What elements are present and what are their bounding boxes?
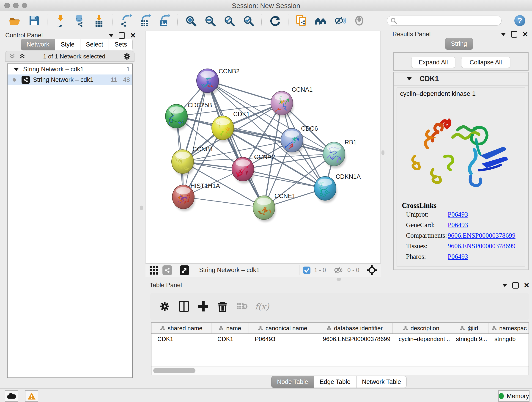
left-splitter-handle[interactable] [140,206,143,210]
memory-button[interactable]: Memory [498,390,530,402]
show-graphics-icon[interactable] [353,14,365,27]
right-splitter-handle[interactable] [381,150,385,155]
network-options-gear-icon[interactable] [123,52,131,61]
collapse-all-button[interactable]: Collapse All [461,57,510,68]
panel-close-icon[interactable]: ✕ [522,32,528,37]
network-badge-icon[interactable] [162,265,172,275]
export-image-icon[interactable] [158,14,170,27]
network-collection-row[interactable]: String Network – cdk1 1 [7,64,132,75]
network-node-hist1h1a[interactable]: HIST1H1A [172,182,220,211]
crosslink-value[interactable]: 9606.ENSP00000378699 [448,242,515,249]
tab-select[interactable]: Select [80,39,109,51]
crosslink-value[interactable]: P06493 [448,253,468,260]
table-cell[interactable]: cyclin–dependent ... [393,336,450,343]
tab-style[interactable]: Style [55,39,80,51]
zoom-out-icon[interactable] [204,14,216,27]
selected-checkbox-icon[interactable] [303,267,310,274]
help-button[interactable]: ? [514,15,525,26]
search-input[interactable] [397,17,496,24]
network-node-ccnb2[interactable]: CCNB2 [196,68,240,95]
panel-float-icon[interactable] [119,32,125,39]
table-row[interactable]: CDK1CDK1P064939606.ENSP00000378699cyclin… [152,334,529,344]
section-collapse-icon[interactable] [407,77,412,80]
cloud-button[interactable] [5,390,18,402]
network-view[interactable]: CCNB2CCNA1CDC25BCDK1CDC6RB1CCNB1CCNA2CDK… [146,31,380,263]
export-network-icon[interactable] [119,14,132,27]
network-edge[interactable] [243,169,325,188]
table-cell[interactable]: P06493 [249,336,317,343]
detach-view-icon[interactable] [180,265,189,275]
hidden-eye-icon[interactable] [334,266,344,274]
tab-sets[interactable]: Sets [109,39,133,51]
table-options-gear-icon[interactable] [159,300,171,313]
string-home-icon[interactable] [315,14,327,27]
delete-table-icon[interactable] [236,300,248,313]
network-edge[interactable] [183,197,264,208]
panel-float-icon[interactable] [512,282,519,288]
network-node-rb1[interactable]: RB1 [323,139,357,168]
network-node-cdk1[interactable]: CDK1 [212,111,250,142]
column-header[interactable]: shared name [152,323,211,333]
grid-view-icon[interactable] [149,265,159,275]
column-header[interactable]: namespac [488,323,529,333]
open-session-icon[interactable] [8,14,21,27]
network-node-cdkn1a[interactable]: CDKN1A [314,173,361,203]
import-network-file-icon[interactable] [54,14,67,27]
hscrollbar-thumb[interactable] [153,368,196,373]
zoom-in-icon[interactable] [184,14,197,27]
protein-structure-image [405,101,517,197]
warnings-button[interactable] [25,390,38,402]
network-node-ccne1[interactable]: CCNE1 [253,192,296,222]
expand-all-button[interactable]: Expand All [411,57,455,68]
search-box [387,16,501,26]
delete-column-icon[interactable] [216,300,228,313]
panel-close-icon[interactable]: ✕ [524,283,530,288]
collapse-icon[interactable] [13,68,19,71]
table-cell[interactable]: stringdb:9... [450,336,488,343]
expand-all-icon[interactable] [19,53,26,60]
clone-network-icon[interactable] [295,14,308,27]
column-header[interactable]: database identifier [317,323,393,333]
table-cell[interactable]: CDK1 [211,336,249,343]
tab-network-table[interactable]: Network Table [356,376,407,388]
import-network-database-icon[interactable] [74,14,86,27]
crosslink-value[interactable]: P06493 [448,221,468,229]
create-column-icon[interactable] [197,300,209,313]
column-header[interactable]: canonical name [249,323,317,333]
node-section-header[interactable]: CDK1 [394,72,528,85]
function-builder-icon[interactable]: f(x) [255,302,269,311]
network-edge[interactable] [183,81,208,197]
panel-menu-icon[interactable] [109,34,114,37]
panel-menu-icon[interactable] [501,33,506,36]
crosslink-value[interactable]: P06493 [448,211,468,218]
network-node-ccnb1[interactable]: CCNB1 [172,146,214,176]
column-header[interactable]: name [211,323,249,333]
table-cell[interactable]: stringdb [488,336,529,343]
panel-menu-icon[interactable] [502,284,507,287]
column-header[interactable]: @id [450,323,488,333]
collapse-all-icon[interactable] [9,53,16,60]
panel-float-icon[interactable] [511,31,517,38]
network-row-selected[interactable]: String Network – cdk1 11 48 [7,75,132,85]
column-header[interactable]: description [393,323,450,333]
crosslink-value[interactable]: 9606.ENSP00000378699 [448,232,515,239]
panel-close-icon[interactable]: ✕ [130,33,136,38]
tab-node-table[interactable]: Node Table [271,376,314,388]
show-columns-icon[interactable] [178,300,190,313]
tab-string[interactable]: String [445,38,473,50]
import-table-file-icon[interactable] [93,14,105,27]
table-cell[interactable]: 9606.ENSP00000378699 [317,336,393,343]
tab-network[interactable]: Network [21,39,55,51]
network-node-cdc6[interactable]: CDC6 [281,125,318,154]
export-table-icon[interactable] [139,14,151,27]
tab-edge-table[interactable]: Edge Table [314,376,356,388]
apply-layout-icon[interactable] [269,14,281,27]
hide-unhide-icon[interactable] [334,14,346,27]
help-label: ? [518,16,522,25]
table-cell[interactable]: CDK1 [152,336,211,343]
zoom-fit-icon[interactable] [223,14,235,27]
birds-eye-view-icon[interactable] [367,265,377,275]
save-session-icon[interactable] [28,14,40,27]
network-graph[interactable]: CCNB2CCNA1CDC25BCDK1CDC6RB1CCNB1CCNA2CDK… [146,31,380,263]
zoom-selected-icon[interactable] [242,14,254,27]
